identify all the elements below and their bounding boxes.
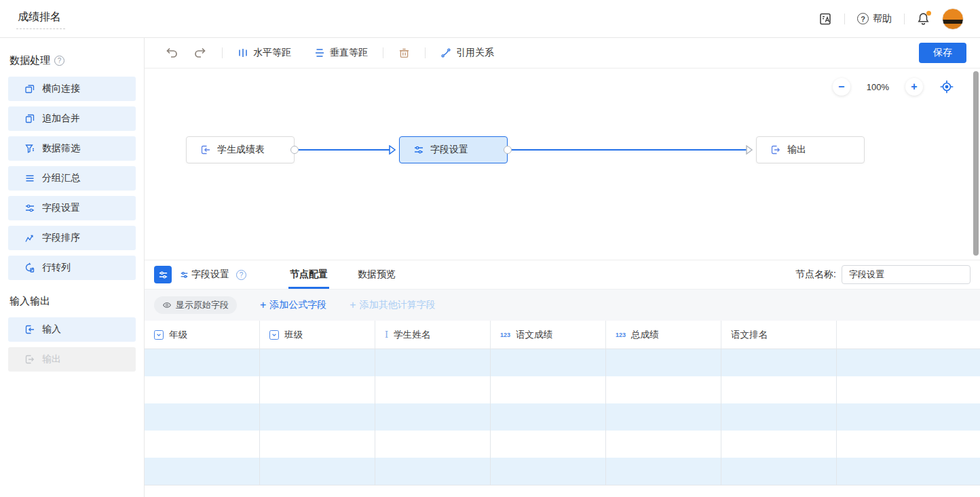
- output-icon: [24, 354, 35, 365]
- table-row: [145, 349, 980, 376]
- section-title-data-processing: 数据处理 ?: [8, 54, 136, 67]
- sidebar-item-input[interactable]: 输入: [8, 317, 136, 342]
- zoom-in-button[interactable]: +: [905, 78, 923, 96]
- tab-data-preview[interactable]: 数据预览: [358, 260, 396, 289]
- panel-title: 字段设置 ?: [180, 269, 246, 281]
- redo-button[interactable]: [193, 47, 207, 59]
- panel-help-icon[interactable]: ?: [236, 270, 246, 280]
- node-output-port[interactable]: [504, 146, 512, 154]
- number-field-icon: 123: [616, 332, 626, 338]
- text-field-icon: I: [385, 330, 388, 340]
- filter-icon: [24, 143, 35, 154]
- table-row: [145, 376, 980, 403]
- number-field-icon: 123: [500, 332, 510, 338]
- column-header-chinese-score[interactable]: 123 语文成绩: [491, 321, 606, 349]
- save-button[interactable]: 保存: [919, 43, 966, 63]
- sidebar-item-group-summary[interactable]: 分组汇总: [8, 166, 136, 191]
- sidebar-item-cross-join[interactable]: 横向连接: [8, 77, 136, 101]
- node-label: 字段设置: [430, 144, 468, 156]
- column-header-empty: [837, 321, 980, 349]
- edge-fieldset-to-output: [510, 149, 748, 151]
- add-formula-field-button[interactable]: + 添加公式字段: [260, 299, 326, 311]
- language-icon[interactable]: [818, 12, 832, 26]
- avatar[interactable]: [942, 8, 964, 30]
- table-row: [145, 403, 980, 431]
- section-title-input-output: 输入输出: [8, 295, 136, 308]
- column-header-student-name[interactable]: I 学生姓名: [375, 321, 491, 349]
- sidebar-item-label: 数据筛选: [42, 142, 80, 155]
- divider: [222, 47, 223, 58]
- table-footer: [145, 485, 980, 497]
- divider: [425, 47, 426, 58]
- reference-relation-button[interactable]: 引用关系: [440, 47, 494, 59]
- node-field-settings[interactable]: 字段设置: [399, 136, 508, 163]
- notification-button[interactable]: [917, 12, 930, 25]
- zoom-out-button[interactable]: −: [833, 78, 850, 96]
- sidebar-item-data-filter[interactable]: 数据筛选: [8, 136, 136, 161]
- sidebar-item-append-merge[interactable]: 追加合并: [8, 106, 136, 131]
- show-original-fields-button[interactable]: 显示原始字段: [154, 296, 237, 314]
- horizontal-distribute-button[interactable]: 水平等距: [238, 47, 291, 59]
- undo-button[interactable]: [165, 47, 178, 59]
- column-header-chinese-rank[interactable]: 语文排名: [721, 321, 837, 349]
- output-icon: [770, 144, 781, 155]
- edge-arrow-icon: [746, 145, 753, 155]
- notification-dot: [926, 11, 931, 16]
- table-row: [145, 431, 980, 458]
- panel-header: 字段设置 ? 节点配置 数据预览 节点名称:: [145, 260, 980, 290]
- sidebar-item-label: 字段排序: [42, 232, 80, 244]
- plus-icon: +: [260, 300, 266, 311]
- sidebar-item-output: 输出: [8, 347, 136, 372]
- sidebar-item-field-sort[interactable]: 字段排序: [8, 226, 136, 250]
- sidebar-item-label: 分组汇总: [42, 172, 80, 184]
- tab-node-config[interactable]: 节点配置: [290, 260, 328, 289]
- add-other-calc-field-button: + 添加其他计算字段: [350, 299, 435, 311]
- node-label: 输出: [787, 144, 806, 156]
- column-header-total-score[interactable]: 123 总成绩: [606, 321, 721, 349]
- vertical-distribute-button[interactable]: 垂直等距: [314, 47, 368, 59]
- node-label: 学生成绩表: [217, 144, 265, 156]
- node-name-label: 节点名称:: [795, 269, 836, 281]
- vertical-scrollbar[interactable]: [973, 71, 979, 256]
- input-icon: [200, 144, 211, 155]
- sidebar-item-label: 输入: [42, 323, 61, 336]
- reference-relation-icon: [440, 47, 451, 58]
- section-help-icon[interactable]: ?: [54, 56, 64, 66]
- eye-icon: [162, 300, 172, 310]
- horizontal-distribute-icon: [238, 47, 248, 58]
- dimension-field-icon: [269, 330, 279, 340]
- locate-button[interactable]: [939, 79, 954, 94]
- node-config-panel: 字段设置 ? 节点配置 数据预览 节点名称: 显示原始字段: [145, 260, 980, 497]
- node-student-score-table[interactable]: 学生成绩表: [186, 136, 295, 163]
- append-merge-icon: [24, 113, 35, 124]
- node-name-input[interactable]: [842, 265, 970, 284]
- plus-icon: +: [350, 300, 356, 311]
- sidebar-item-row-to-column[interactable]: 行转列: [8, 256, 136, 280]
- sidebar-item-label: 行转列: [42, 262, 71, 274]
- top-bar: 成绩排名 ? 帮助: [0, 0, 980, 38]
- vertical-distribute-icon: [314, 47, 325, 58]
- sidebar-item-label: 追加合并: [42, 113, 80, 125]
- table-row: [145, 458, 980, 485]
- node-output[interactable]: 输出: [756, 136, 865, 163]
- sidebar-item-label: 横向连接: [42, 83, 80, 95]
- field-settings-icon: [180, 271, 189, 279]
- help-button[interactable]: ? 帮助: [857, 13, 892, 25]
- column-header-class[interactable]: 班级: [260, 321, 375, 349]
- flow-canvas[interactable]: − 100% +: [145, 68, 980, 260]
- zoom-level: 100%: [867, 82, 889, 92]
- delete-button[interactable]: [398, 47, 410, 59]
- panel-tabs: 节点配置 数据预览: [290, 260, 396, 289]
- input-icon: [24, 324, 35, 335]
- group-summary-icon: [24, 173, 35, 184]
- column-header-grade[interactable]: 年级: [145, 321, 260, 349]
- sidebar-item-field-settings[interactable]: 字段设置: [8, 196, 136, 220]
- help-label: 帮助: [873, 13, 892, 25]
- sidebar-item-label: 输出: [42, 353, 61, 365]
- edge-arrow-icon: [389, 145, 396, 155]
- divider: [383, 47, 383, 58]
- document-title[interactable]: 成绩排名: [16, 9, 65, 29]
- field-settings-icon: [413, 144, 424, 155]
- edge-input-to-fieldset: [297, 149, 391, 151]
- node-output-port[interactable]: [290, 146, 299, 154]
